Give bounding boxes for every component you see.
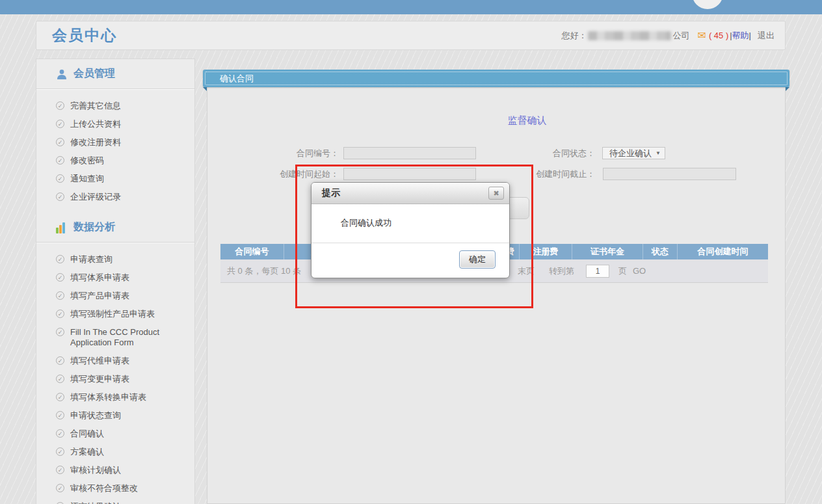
sidebar-item-system-application[interactable]: ✓填写体系申请表 (36, 269, 194, 287)
check-circle-icon: ✓ (56, 466, 64, 474)
sidebar-item-label: 审核计划确认 (70, 465, 121, 475)
col-status: 状态 (643, 244, 677, 259)
sidebar-item-label: 评审结果确认 (70, 501, 121, 504)
sidebar-item-contract-confirm[interactable]: ✓合同确认 (36, 425, 194, 443)
sidebar-item-compulsory-product-application[interactable]: ✓填写强制性产品申请表 (36, 305, 194, 323)
contract-status-label: 合同状态： (510, 148, 595, 159)
alert-dialog: 提示 ✖ 合同确认成功 确定 (311, 182, 510, 278)
ribbon-inner: 确认合同 (205, 72, 788, 85)
check-circle-icon: ✓ (56, 447, 64, 456)
sidebar-item-label: 填写强制性产品申请表 (70, 309, 155, 319)
check-circle-icon: ✓ (56, 375, 64, 383)
ribbon-fold-right (786, 87, 789, 91)
redacted-company-name (588, 31, 671, 40)
sidebar-item-edit-registration[interactable]: ✓修改注册资料 (36, 133, 194, 152)
contract-no-label: 合同编号： (254, 148, 339, 159)
check-circle-icon: ✓ (56, 328, 64, 336)
check-circle-icon: ✓ (56, 101, 64, 110)
sidebar-item-label: 填写产品申请表 (70, 291, 129, 300)
sidebar-item-ccc-application-form[interactable]: ✓Fill In The CCC Product Application For… (36, 323, 194, 352)
sidebar-item-plan-confirm[interactable]: ✓方案确认 (36, 443, 194, 461)
ok-button[interactable]: 确定 (459, 250, 496, 269)
sidebar-item-label: Fill In The CCC Product Application Form (70, 327, 159, 347)
sidebar-item-change-application[interactable]: ✓填写变更申请表 (36, 370, 194, 388)
col-contract-no: 合同编号 (220, 244, 284, 259)
sidebar-item-label: 合同确认 (70, 429, 104, 438)
page-unit-label: 页 (618, 259, 627, 283)
mail-count-badge[interactable]: ( 45 ) (709, 31, 728, 40)
sidebar-item-label: 修改注册资料 (70, 137, 121, 147)
sidebar-item-change-password[interactable]: ✓修改密码 (36, 152, 194, 170)
page-header-ribbon: 确认合同 (203, 70, 789, 87)
section-title: 监督确认 (269, 114, 785, 127)
sidebar-item-application-query[interactable]: ✓申请表查询 (36, 250, 194, 269)
sidebar-section-title: 会员管理 (73, 67, 115, 81)
separator-pipe: | (749, 31, 751, 40)
greeting-suffix: 公司 (672, 30, 689, 42)
selected-status: 待企业确认 (609, 148, 652, 159)
contract-no-input[interactable] (343, 147, 476, 159)
chevron-down-icon: ▼ (656, 150, 661, 156)
sidebar-item-enterprise-rating[interactable]: ✓企业评级记录 (36, 188, 194, 206)
app-logo: 会员中心 (52, 25, 117, 46)
check-circle-icon: ✓ (56, 393, 64, 401)
sidebar-item-nonconformity-rectification[interactable]: ✓审核不符合项整改 (36, 479, 194, 497)
contract-status-select[interactable]: 待企业确认 ▼ (602, 147, 665, 159)
sidebar-section-data-analysis: 数据分析 (36, 213, 194, 243)
check-circle-icon: ✓ (56, 411, 64, 419)
page-title: 确认合同 (206, 73, 254, 85)
sidebar-item-complete-other-info[interactable]: ✓完善其它信息 (36, 97, 194, 115)
sidebar-section-title: 数据分析 (73, 220, 115, 234)
logout-link[interactable]: 退出 (758, 30, 775, 42)
check-circle-icon: ✓ (56, 429, 64, 438)
sidebar-section-member-management: 会员管理 (36, 59, 194, 89)
check-circle-icon: ✓ (56, 356, 64, 365)
header: 会员中心 您好： 公司 ✉ ( 45 ) | 帮助 | 退出 (36, 21, 786, 50)
sidebar-item-label: 修改密码 (70, 155, 104, 165)
last-page-link[interactable]: 末页 (518, 259, 535, 283)
col-registration-fee: 注册费 (519, 244, 572, 259)
topbar-circle-decoration (692, 0, 723, 9)
sidebar-item-audit-plan-confirm[interactable]: ✓审核计划确认 (36, 461, 194, 479)
create-end-input[interactable] (603, 168, 736, 180)
sidebar-item-product-application[interactable]: ✓填写产品申请表 (36, 287, 194, 305)
close-icon[interactable]: ✖ (488, 187, 504, 200)
sidebar-item-upload-public-docs[interactable]: ✓上传公共资料 (36, 115, 194, 133)
create-start-label: 创建时间起始： (254, 168, 339, 180)
top-bar (0, 0, 822, 14)
sidebar-item-daiwei-application[interactable]: ✓填写代维申请表 (36, 352, 194, 370)
sidebar-item-notification-query[interactable]: ✓通知查询 (36, 170, 194, 188)
check-circle-icon: ✓ (56, 255, 64, 263)
check-circle-icon: ✓ (56, 273, 64, 282)
help-link[interactable]: 帮助 (732, 30, 749, 42)
bar-chart-icon (56, 222, 68, 233)
dialog-title: 提示 (322, 187, 340, 199)
greeting-prefix: 您好： (561, 30, 587, 42)
user-icon (56, 68, 68, 80)
go-button[interactable]: GO (633, 259, 646, 283)
header-user-area: 您好： 公司 ✉ ( 45 ) | 帮助 | 退出 (561, 29, 775, 42)
mail-icon[interactable]: ✉ (697, 29, 706, 42)
sidebar-item-label: 申请表查询 (70, 254, 113, 264)
sidebar-item-label: 填写体系转换申请表 (70, 392, 146, 402)
check-circle-icon: ✓ (56, 138, 64, 146)
check-circle-icon: ✓ (56, 156, 64, 165)
main-content-panel: 监督确认 合同编号： 合同状态： 待企业确认 ▼ 创建时间起始： 创建时间截止：… (207, 86, 786, 504)
sidebar-item-label: 审核不符合项整改 (70, 483, 138, 493)
sidebar-item-label: 申请状态查询 (70, 410, 121, 420)
check-circle-icon: ✓ (56, 192, 64, 201)
dialog-titlebar: 提示 ✖ (312, 183, 509, 204)
goto-page-label: 转到第 (549, 259, 574, 283)
check-circle-icon: ✓ (56, 120, 64, 128)
sidebar-item-label: 通知查询 (70, 174, 104, 183)
sidebar-item-application-status-query[interactable]: ✓申请状态查询 (36, 406, 194, 425)
create-end-label: 创建时间截止： (510, 168, 595, 180)
sidebar-item-review-result-confirm[interactable]: ✓评审结果确认 (36, 497, 194, 504)
col-certificate-annuity: 证书年金 (572, 244, 643, 259)
check-circle-icon: ✓ (56, 174, 64, 183)
sidebar-item-label: 填写代维申请表 (70, 356, 129, 365)
page-number-input[interactable] (586, 265, 609, 278)
sidebar-item-system-conversion-application[interactable]: ✓填写体系转换申请表 (36, 388, 194, 406)
create-start-input[interactable] (343, 168, 476, 180)
sidebar-item-label: 上传公共资料 (70, 119, 121, 129)
